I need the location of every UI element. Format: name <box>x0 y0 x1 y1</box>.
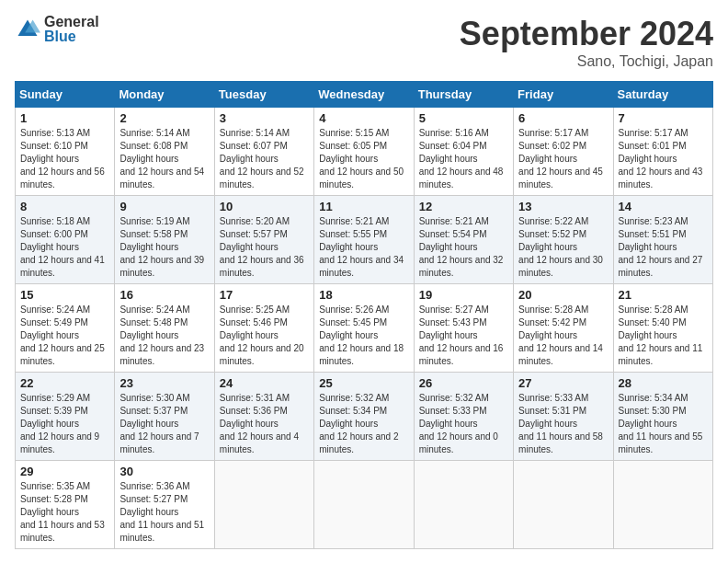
calendar-week-row: 29 Sunrise: 5:35 AM Sunset: 5:28 PM Dayl… <box>16 461 713 549</box>
calendar-cell: 8 Sunrise: 5:18 AM Sunset: 6:00 PM Dayli… <box>16 196 115 284</box>
day-info: Sunrise: 5:28 AM Sunset: 5:40 PM Dayligh… <box>619 304 708 368</box>
day-info: Sunrise: 5:14 AM Sunset: 6:08 PM Dayligh… <box>119 127 209 191</box>
calendar-cell: 18 Sunrise: 5:26 AM Sunset: 5:45 PM Dayl… <box>314 284 414 373</box>
day-info: Sunrise: 5:25 AM Sunset: 5:46 PM Dayligh… <box>220 304 309 368</box>
day-number: 13 <box>518 200 608 213</box>
weekday-header-wednesday: Wednesday <box>314 82 414 108</box>
calendar-cell: 13 Sunrise: 5:22 AM Sunset: 5:52 PM Dayl… <box>514 196 613 284</box>
day-info: Sunrise: 5:32 AM Sunset: 5:34 PM Dayligh… <box>319 392 408 456</box>
calendar-cell: 6 Sunrise: 5:17 AM Sunset: 6:02 PM Dayli… <box>514 108 613 196</box>
day-number: 22 <box>20 376 109 390</box>
weekday-header-saturday: Saturday <box>613 82 712 108</box>
location-title: Sano, Tochigi, Japan <box>460 53 713 70</box>
day-info: Sunrise: 5:31 AM Sunset: 5:36 PM Dayligh… <box>220 392 309 456</box>
day-info: Sunrise: 5:35 AM Sunset: 5:28 PM Dayligh… <box>20 480 109 545</box>
day-number: 1 <box>20 111 109 125</box>
day-number: 14 <box>619 200 708 213</box>
day-info: Sunrise: 5:17 AM Sunset: 6:01 PM Dayligh… <box>619 127 708 191</box>
day-number: 28 <box>619 376 708 390</box>
calendar-cell: 5 Sunrise: 5:16 AM Sunset: 6:04 PM Dayli… <box>414 108 513 196</box>
day-info: Sunrise: 5:26 AM Sunset: 5:45 PM Dayligh… <box>319 304 408 368</box>
calendar-week-row: 1 Sunrise: 5:13 AM Sunset: 6:10 PM Dayli… <box>16 108 713 196</box>
day-info: Sunrise: 5:33 AM Sunset: 5:31 PM Dayligh… <box>518 392 608 456</box>
day-number: 30 <box>119 465 209 478</box>
day-number: 10 <box>220 200 309 213</box>
calendar-cell: 16 Sunrise: 5:24 AM Sunset: 5:48 PM Dayl… <box>115 284 214 373</box>
calendar-cell: 9 Sunrise: 5:19 AM Sunset: 5:58 PM Dayli… <box>115 196 214 284</box>
calendar-cell: 24 Sunrise: 5:31 AM Sunset: 5:36 PM Dayl… <box>214 373 313 461</box>
calendar-cell <box>613 461 712 549</box>
day-number: 3 <box>220 111 309 125</box>
calendar-cell: 25 Sunrise: 5:32 AM Sunset: 5:34 PM Dayl… <box>314 373 414 461</box>
day-number: 21 <box>619 288 708 302</box>
day-number: 15 <box>20 288 109 302</box>
day-info: Sunrise: 5:17 AM Sunset: 6:02 PM Dayligh… <box>518 127 608 191</box>
day-number: 23 <box>119 376 209 390</box>
logo-text: General Blue <box>44 15 99 44</box>
day-number: 12 <box>419 200 508 213</box>
calendar-cell: 21 Sunrise: 5:28 AM Sunset: 5:40 PM Dayl… <box>613 284 712 373</box>
calendar-cell <box>314 461 414 549</box>
title-section: September 2024 Sano, Tochigi, Japan <box>460 15 713 70</box>
calendar-cell: 23 Sunrise: 5:30 AM Sunset: 5:37 PM Dayl… <box>115 373 214 461</box>
header: General Blue September 2024 Sano, Tochig… <box>15 15 713 70</box>
month-title: September 2024 <box>460 15 713 53</box>
calendar-cell: 4 Sunrise: 5:15 AM Sunset: 6:05 PM Dayli… <box>314 108 414 196</box>
calendar-cell: 15 Sunrise: 5:24 AM Sunset: 5:49 PM Dayl… <box>16 284 115 373</box>
day-number: 24 <box>220 376 309 390</box>
calendar-cell <box>414 461 513 549</box>
calendar-cell: 7 Sunrise: 5:17 AM Sunset: 6:01 PM Dayli… <box>613 108 712 196</box>
day-info: Sunrise: 5:18 AM Sunset: 6:00 PM Dayligh… <box>20 215 109 280</box>
logo: General Blue <box>15 15 99 44</box>
day-info: Sunrise: 5:36 AM Sunset: 5:27 PM Dayligh… <box>119 480 209 545</box>
day-number: 5 <box>419 111 508 125</box>
day-number: 2 <box>119 111 209 125</box>
day-number: 11 <box>319 200 408 213</box>
day-number: 16 <box>119 288 209 302</box>
weekday-header-thursday: Thursday <box>414 82 513 108</box>
weekday-header-friday: Friday <box>514 82 613 108</box>
calendar-cell: 17 Sunrise: 5:25 AM Sunset: 5:46 PM Dayl… <box>214 284 313 373</box>
day-info: Sunrise: 5:15 AM Sunset: 6:05 PM Dayligh… <box>319 127 408 191</box>
calendar-cell: 10 Sunrise: 5:20 AM Sunset: 5:57 PM Dayl… <box>214 196 313 284</box>
calendar-cell: 27 Sunrise: 5:33 AM Sunset: 5:31 PM Dayl… <box>514 373 613 461</box>
day-number: 19 <box>419 288 508 302</box>
day-number: 6 <box>518 111 608 125</box>
day-info: Sunrise: 5:24 AM Sunset: 5:49 PM Dayligh… <box>20 304 109 368</box>
calendar-cell: 26 Sunrise: 5:32 AM Sunset: 5:33 PM Dayl… <box>414 373 513 461</box>
day-info: Sunrise: 5:30 AM Sunset: 5:37 PM Dayligh… <box>119 392 209 456</box>
day-number: 20 <box>518 288 608 302</box>
calendar-cell: 29 Sunrise: 5:35 AM Sunset: 5:28 PM Dayl… <box>16 461 115 549</box>
day-number: 9 <box>119 200 209 213</box>
calendar-week-row: 15 Sunrise: 5:24 AM Sunset: 5:49 PM Dayl… <box>16 284 713 373</box>
day-number: 8 <box>20 200 109 213</box>
day-info: Sunrise: 5:16 AM Sunset: 6:04 PM Dayligh… <box>419 127 508 191</box>
day-info: Sunrise: 5:34 AM Sunset: 5:30 PM Dayligh… <box>619 392 708 456</box>
calendar-table: SundayMondayTuesdayWednesdayThursdayFrid… <box>15 81 713 549</box>
day-number: 29 <box>20 465 109 478</box>
weekday-header-sunday: Sunday <box>16 82 115 108</box>
day-number: 7 <box>619 111 708 125</box>
weekday-header-tuesday: Tuesday <box>214 82 313 108</box>
day-number: 17 <box>220 288 309 302</box>
day-info: Sunrise: 5:21 AM Sunset: 5:55 PM Dayligh… <box>319 215 408 280</box>
calendar-cell <box>214 461 313 549</box>
calendar-cell: 2 Sunrise: 5:14 AM Sunset: 6:08 PM Dayli… <box>115 108 214 196</box>
day-info: Sunrise: 5:19 AM Sunset: 5:58 PM Dayligh… <box>119 215 209 280</box>
day-number: 18 <box>319 288 408 302</box>
day-info: Sunrise: 5:23 AM Sunset: 5:51 PM Dayligh… <box>619 215 708 280</box>
day-info: Sunrise: 5:14 AM Sunset: 6:07 PM Dayligh… <box>220 127 309 191</box>
day-info: Sunrise: 5:24 AM Sunset: 5:48 PM Dayligh… <box>119 304 209 368</box>
weekday-header-monday: Monday <box>115 82 214 108</box>
calendar-cell: 14 Sunrise: 5:23 AM Sunset: 5:51 PM Dayl… <box>613 196 712 284</box>
logo-blue-text: Blue <box>44 29 99 44</box>
day-info: Sunrise: 5:27 AM Sunset: 5:43 PM Dayligh… <box>419 304 508 368</box>
day-info: Sunrise: 5:21 AM Sunset: 5:54 PM Dayligh… <box>419 215 508 280</box>
calendar-cell: 19 Sunrise: 5:27 AM Sunset: 5:43 PM Dayl… <box>414 284 513 373</box>
day-info: Sunrise: 5:22 AM Sunset: 5:52 PM Dayligh… <box>518 215 608 280</box>
calendar-cell: 22 Sunrise: 5:29 AM Sunset: 5:39 PM Dayl… <box>16 373 115 461</box>
day-number: 26 <box>419 376 508 390</box>
calendar-cell: 1 Sunrise: 5:13 AM Sunset: 6:10 PM Dayli… <box>16 108 115 196</box>
calendar-cell <box>514 461 613 549</box>
day-number: 25 <box>319 376 408 390</box>
